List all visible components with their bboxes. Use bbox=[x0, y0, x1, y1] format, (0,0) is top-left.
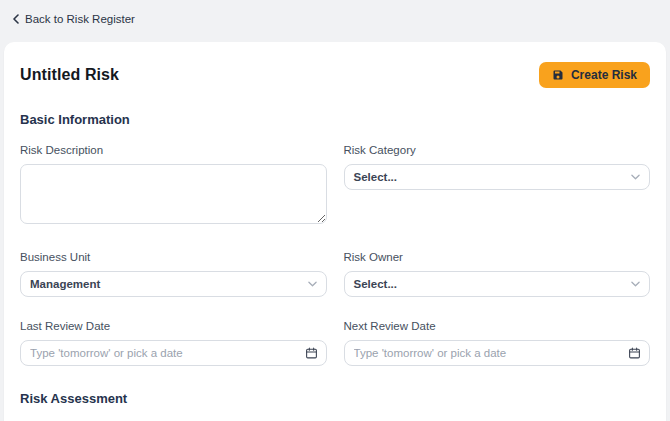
create-risk-button-label: Create Risk bbox=[571, 68, 637, 82]
last-review-date-label: Last Review Date bbox=[20, 320, 327, 332]
field-last-review-date: Last Review Date bbox=[20, 320, 327, 366]
page-title: Untitled Risk bbox=[20, 66, 119, 84]
chevron-down-icon bbox=[631, 174, 640, 180]
risk-description-label: Risk Description bbox=[20, 144, 327, 156]
risk-form-card: Untitled Risk Create Risk Basic Informat… bbox=[4, 42, 666, 421]
chevron-down-icon bbox=[631, 281, 640, 287]
risk-assessment-section: Risk Assessment Inherent Likelihood Inhe… bbox=[20, 391, 650, 421]
save-icon bbox=[552, 69, 564, 81]
field-risk-category: Risk Category Select... bbox=[344, 144, 651, 190]
business-unit-value: Management bbox=[30, 278, 100, 290]
field-risk-owner: Risk Owner Select... bbox=[344, 251, 651, 297]
chevron-down-icon bbox=[308, 281, 317, 287]
chevron-left-icon bbox=[12, 14, 20, 24]
field-business-unit: Business Unit Management bbox=[20, 251, 327, 297]
field-risk-description: Risk Description bbox=[20, 144, 327, 228]
risk-description-textarea[interactable] bbox=[20, 164, 327, 224]
business-unit-select[interactable]: Management bbox=[20, 271, 327, 297]
risk-owner-select[interactable]: Select... bbox=[344, 271, 651, 297]
next-review-date-input[interactable] bbox=[344, 340, 651, 366]
back-link-label: Back to Risk Register bbox=[25, 13, 135, 25]
risk-category-label: Risk Category bbox=[344, 144, 651, 156]
basic-info-grid: Risk Description Risk Category Select...… bbox=[20, 144, 650, 366]
last-review-date-input[interactable] bbox=[20, 340, 327, 366]
risk-owner-label: Risk Owner bbox=[344, 251, 651, 263]
back-to-risk-register-link[interactable]: Back to Risk Register bbox=[12, 13, 135, 25]
section-heading-basic: Basic Information bbox=[20, 112, 650, 127]
risk-owner-value: Select... bbox=[354, 278, 397, 290]
field-next-review-date: Next Review Date bbox=[344, 320, 651, 366]
next-review-date-label: Next Review Date bbox=[344, 320, 651, 332]
business-unit-label: Business Unit bbox=[20, 251, 327, 263]
card-header: Untitled Risk Create Risk bbox=[20, 62, 650, 88]
calendar-icon[interactable] bbox=[305, 347, 318, 360]
calendar-icon[interactable] bbox=[628, 347, 641, 360]
create-risk-button[interactable]: Create Risk bbox=[539, 62, 650, 88]
top-bar: Back to Risk Register bbox=[0, 0, 670, 28]
section-heading-assessment: Risk Assessment bbox=[20, 391, 650, 406]
risk-category-select[interactable]: Select... bbox=[344, 164, 651, 190]
risk-category-value: Select... bbox=[354, 171, 397, 183]
